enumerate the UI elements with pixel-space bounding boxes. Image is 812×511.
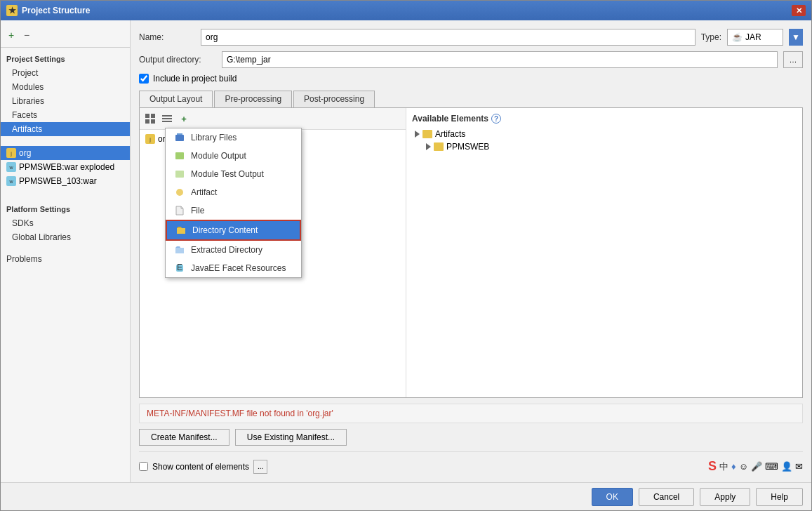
tab-post-processing[interactable]: Post-processing bbox=[293, 91, 375, 107]
window-title: Project Structure bbox=[22, 6, 792, 15]
available-help-icon[interactable]: ? bbox=[491, 114, 501, 124]
type-select[interactable]: ☕ JAR bbox=[727, 29, 783, 46]
avail-item-ppmsweb[interactable]: PPMSWEB bbox=[412, 140, 797, 153]
ppmsweb-folder-icon bbox=[434, 142, 444, 151]
dropdown-label-library-files: Library Files bbox=[191, 133, 237, 142]
sidebar-item-artifacts[interactable]: Artifacts bbox=[1, 122, 130, 136]
taskbar-dot-icon: ♦ bbox=[731, 461, 736, 472]
name-label: Name: bbox=[139, 32, 195, 42]
project-settings-title: Project Settings bbox=[1, 52, 130, 66]
taskbar-area: S 中 ♦ ☺ 🎤 ⌨ 👤 ✉ bbox=[708, 459, 803, 474]
avail-item-artifacts[interactable]: Artifacts bbox=[412, 128, 797, 140]
include-in-build-checkbox[interactable] bbox=[139, 74, 149, 84]
artifacts-folder-icon bbox=[422, 130, 432, 138]
svg-rect-9 bbox=[175, 152, 184, 159]
show-content-checkbox[interactable] bbox=[139, 462, 148, 471]
tree-item-ppmsweb-103-label: PPMSWEB_103:war bbox=[19, 176, 97, 186]
tree-item-ppmsweb-exploded[interactable]: w PPMSWEB:war exploded bbox=[1, 160, 130, 174]
war-icon-1: w bbox=[6, 162, 16, 172]
remove-artifact-button[interactable]: − bbox=[19, 27, 34, 43]
platform-settings-section: Platform Settings SDKs Global Libraries bbox=[1, 202, 130, 244]
dropdown-label-extracted-directory: Extracted Directory bbox=[191, 245, 262, 255]
add-dropdown-menu: Library Files Module Output bbox=[165, 128, 302, 278]
directory-content-icon bbox=[175, 225, 187, 236]
tree-item-org-label: org bbox=[19, 148, 31, 158]
sidebar-item-global-libraries[interactable]: Global Libraries bbox=[1, 230, 130, 244]
tab-output-layout[interactable]: Output Layout bbox=[139, 91, 213, 107]
status-message: META-INF/MANIFEST.MF file not found in '… bbox=[147, 409, 333, 418]
taskbar-keyboard-icon: ⌨ bbox=[765, 461, 778, 472]
war-icon-2: w bbox=[6, 176, 16, 186]
main-window: ★ Project Structure ✕ + − Project Settin… bbox=[0, 0, 812, 511]
layout-right-panel: Available Elements ? Artifacts PPMSWEB bbox=[406, 108, 802, 397]
layout-left-panel: + Library Files bbox=[140, 108, 406, 397]
svg-text:E: E bbox=[177, 263, 182, 272]
sidebar-item-libraries[interactable]: Libraries bbox=[1, 94, 130, 108]
tab-pre-processing[interactable]: Pre-processing bbox=[214, 91, 292, 107]
status-bar: META-INF/MANIFEST.MF file not found in '… bbox=[139, 404, 803, 423]
sidebar-item-problems[interactable]: Problems bbox=[1, 251, 130, 267]
dropdown-item-artifact[interactable]: Artifact bbox=[166, 183, 301, 201]
dropdown-label-module-output: Module Output bbox=[191, 151, 246, 161]
layout-options-button[interactable] bbox=[159, 111, 175, 126]
use-existing-manifest-button[interactable]: Use Existing Manifest... bbox=[235, 429, 347, 446]
tree-item-ppmsweb-103[interactable]: w PPMSWEB_103:war bbox=[1, 174, 130, 188]
sidebar-item-modules[interactable]: Modules bbox=[1, 80, 130, 94]
name-input[interactable] bbox=[201, 29, 695, 46]
grid-icon bbox=[145, 113, 156, 124]
layout-add-button[interactable]: + bbox=[176, 111, 192, 126]
dropdown-item-module-test-output[interactable]: Module Test Output bbox=[166, 165, 301, 183]
avail-ppmsweb-label: PPMSWEB bbox=[446, 142, 489, 152]
dropdown-label-javaee-facet: JavaEE Facet Resources bbox=[191, 263, 286, 273]
dropdown-item-extracted-directory[interactable]: Extracted Directory bbox=[166, 241, 301, 259]
sidebar-item-project[interactable]: Project bbox=[1, 66, 130, 80]
taskbar-s-icon: S bbox=[708, 459, 717, 474]
dropdown-item-module-output[interactable]: Module Output bbox=[166, 147, 301, 165]
type-value: JAR bbox=[745, 32, 761, 42]
dropdown-item-library-files[interactable]: Library Files bbox=[166, 128, 301, 147]
tree-item-ppmsweb-exploded-label: PPMSWEB:war exploded bbox=[19, 162, 114, 172]
available-elements-label: Available Elements ? bbox=[412, 114, 797, 124]
type-dropdown-arrow[interactable]: ▼ bbox=[789, 29, 803, 46]
titlebar: ★ Project Structure ✕ bbox=[1, 1, 811, 20]
svg-point-11 bbox=[176, 189, 183, 196]
avail-artifacts-label: Artifacts bbox=[435, 129, 465, 139]
sidebar-item-sdks[interactable]: SDKs bbox=[1, 216, 130, 230]
show-content-options-button[interactable]: ... bbox=[253, 460, 267, 474]
svg-rect-6 bbox=[162, 121, 172, 122]
layout-show-button[interactable] bbox=[142, 111, 158, 126]
include-in-build-label: Include in project build bbox=[153, 74, 237, 84]
artifacts-expand-icon bbox=[415, 131, 420, 138]
tree-item-org[interactable]: j org bbox=[1, 146, 130, 160]
content-area: Name: Type: ☕ JAR ▼ Output directory: … … bbox=[131, 20, 811, 482]
platform-settings-title: Platform Settings bbox=[1, 202, 130, 216]
jar-icon: j bbox=[6, 148, 16, 158]
sidebar-toolbar: + − bbox=[1, 26, 130, 48]
cancel-button[interactable]: Cancel bbox=[639, 488, 694, 506]
sidebar-item-facets[interactable]: Facets bbox=[1, 108, 130, 122]
output-browse-button[interactable]: … bbox=[783, 51, 803, 68]
layout-toolbar: + Library Files bbox=[140, 108, 406, 130]
apply-button[interactable]: Apply bbox=[700, 488, 750, 506]
show-content-label: Show content of elements bbox=[152, 462, 249, 472]
svg-rect-2 bbox=[145, 119, 149, 124]
close-button[interactable]: ✕ bbox=[792, 5, 806, 16]
taskbar-face-icon: ☺ bbox=[739, 461, 748, 472]
create-manifest-button[interactable]: Create Manifest... bbox=[139, 429, 229, 446]
ok-button[interactable]: OK bbox=[592, 488, 633, 506]
extracted-directory-icon bbox=[174, 244, 185, 255]
project-settings-section: Project Settings Project Modules Librari… bbox=[1, 52, 130, 136]
taskbar-mic-icon: 🎤 bbox=[751, 461, 762, 472]
dropdown-item-directory-content[interactable]: Directory Content bbox=[166, 220, 301, 241]
output-directory-input[interactable] bbox=[222, 51, 778, 68]
artifacts-tree: j org w PPMSWEB:war exploded w PPMSWEB_1… bbox=[1, 143, 130, 191]
ppmsweb-expand-icon bbox=[426, 143, 431, 150]
add-artifact-button[interactable]: + bbox=[4, 27, 19, 43]
dropdown-item-javaee-facet[interactable]: E JavaEE Facet Resources bbox=[166, 259, 301, 277]
dropdown-label-directory-content: Directory Content bbox=[192, 225, 258, 235]
svg-rect-8 bbox=[177, 133, 182, 135]
module-output-icon bbox=[174, 150, 185, 161]
dropdown-item-file[interactable]: File bbox=[166, 201, 301, 220]
type-label: Type: bbox=[701, 32, 721, 42]
help-button[interactable]: Help bbox=[756, 488, 803, 506]
